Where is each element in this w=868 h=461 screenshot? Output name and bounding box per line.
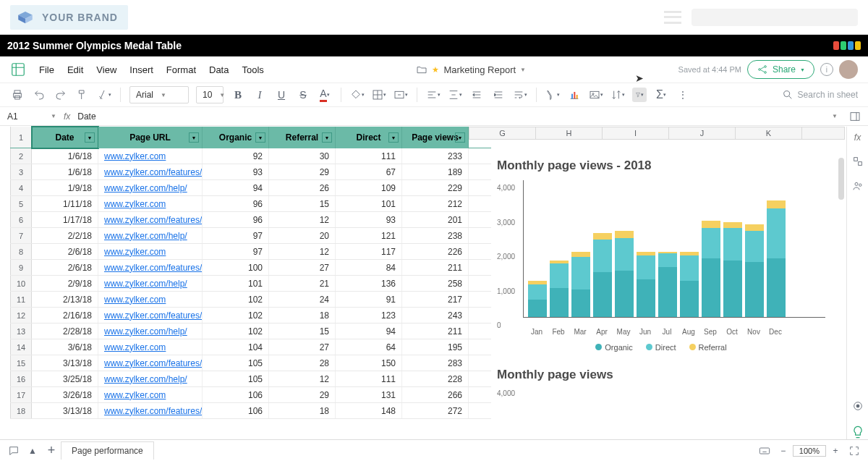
menu-insert[interactable]: Insert: [129, 64, 153, 75]
sidebar-toggle-icon[interactable]: [849, 111, 861, 122]
outdent-button[interactable]: [469, 88, 484, 102]
table-row[interactable]: 51/11/18www.zylker.com9615101212: [10, 196, 491, 212]
chevron-down-icon[interactable]: ▼: [51, 113, 56, 119]
row-number[interactable]: 2: [10, 148, 32, 164]
fullscreen-button[interactable]: [845, 443, 864, 459]
share-button[interactable]: Share ▼: [747, 60, 814, 79]
table-row[interactable]: 183/13/18www.zylker.com/features/1061814…: [10, 403, 491, 419]
comments-button[interactable]: [4, 443, 23, 459]
row-number[interactable]: 14: [10, 339, 32, 355]
italic-button[interactable]: I: [252, 88, 267, 102]
table-row[interactable]: 82/6/18www.zylker.com9712117226: [10, 244, 491, 260]
undo-button[interactable]: [32, 88, 46, 102]
v-align-button[interactable]: ▾: [448, 88, 462, 102]
row-number[interactable]: 3: [10, 164, 32, 179]
font-size-select[interactable]: 10▼: [196, 86, 224, 103]
row-number[interactable]: 7: [10, 228, 32, 243]
grid-scrollbar[interactable]: [838, 158, 844, 200]
table-row[interactable]: 163/25/18www.zylker.com/help/10512111228: [10, 371, 491, 387]
row-number[interactable]: 11: [10, 292, 32, 307]
formula-value[interactable]: Date: [77, 111, 825, 122]
row-number[interactable]: 4: [10, 180, 32, 195]
row-number[interactable]: 1: [10, 127, 32, 148]
search-sheet[interactable]: Search in sheet: [782, 89, 858, 101]
row-number[interactable]: 8: [10, 244, 32, 259]
filter-dropdown-icon[interactable]: ▼: [455, 132, 465, 143]
col-header-J[interactable]: J: [669, 127, 736, 139]
add-sheet-button[interactable]: +: [42, 443, 61, 459]
menu-view[interactable]: View: [96, 64, 116, 75]
redo-button[interactable]: [54, 88, 68, 102]
table-row[interactable]: 72/2/18www.zylker.com/help/9720121238: [10, 228, 491, 244]
row-number[interactable]: 9: [10, 260, 32, 275]
menu-edit[interactable]: Edit: [67, 64, 83, 75]
menu-file[interactable]: File: [39, 64, 54, 75]
range-icon[interactable]: [852, 156, 864, 167]
hamburger-icon[interactable]: [664, 11, 681, 24]
bold-button[interactable]: B: [231, 88, 245, 102]
menu-tools[interactable]: Tools: [242, 64, 263, 75]
table-row[interactable]: 92/6/18www.zylker.com/features/100278421…: [10, 260, 491, 276]
table-row[interactable]: 21/6/18www.zylker.com9230111233: [10, 148, 491, 164]
sheet-tab[interactable]: Page performance: [61, 441, 154, 460]
merge-cells-button[interactable]: ▾: [393, 88, 408, 102]
col-header-H[interactable]: H: [536, 127, 603, 139]
indent-button[interactable]: [491, 88, 506, 102]
table-row[interactable]: 143/6/18www.zylker.com1042764195: [10, 339, 491, 355]
row-number[interactable]: 13: [10, 323, 32, 339]
format-painter-button[interactable]: [75, 88, 90, 102]
more-button[interactable]: ⋮: [676, 88, 690, 102]
keyboard-button[interactable]: [755, 443, 774, 459]
row-number[interactable]: 5: [10, 196, 32, 211]
zoom-level[interactable]: 100%: [793, 445, 826, 457]
table-row[interactable]: 61/17/18www.zylker.com/features/96129320…: [10, 212, 491, 228]
font-family-select[interactable]: Arial▼: [129, 86, 189, 103]
bulb-icon[interactable]: [851, 425, 865, 439]
row-number[interactable]: 18: [10, 403, 32, 418]
insert-chart-button[interactable]: [567, 88, 582, 102]
data-grid[interactable]: 1 Date▼ Page URL▼ Organic▼ Referral▼ Dir…: [10, 127, 491, 419]
table-row[interactable]: 102/9/18www.zylker.com/help/10121136258: [10, 276, 491, 292]
filter-dropdown-icon[interactable]: ▼: [189, 132, 199, 143]
fill-color-button[interactable]: ▾: [350, 88, 365, 102]
filter-dropdown-icon[interactable]: ▼: [322, 132, 332, 143]
doc-switcher[interactable]: ★ Marketing Report ▼: [416, 64, 526, 75]
h-align-button[interactable]: ▾: [426, 88, 441, 102]
brand-logo[interactable]: YOUR BRAND: [10, 5, 128, 30]
col-header-I[interactable]: I: [603, 127, 669, 139]
table-row[interactable]: 41/9/18www.zylker.com/help/9426109229: [10, 180, 491, 196]
font-color-button[interactable]: A▾: [318, 88, 332, 102]
menu-format[interactable]: Format: [166, 64, 196, 75]
table-row[interactable]: 173/26/18www.zylker.com10629131266: [10, 387, 491, 403]
underline-button[interactable]: U: [274, 88, 289, 102]
clear-format-button[interactable]: ▾: [97, 88, 111, 102]
filter-dropdown-icon[interactable]: ▼: [255, 132, 265, 143]
row-number[interactable]: 15: [10, 355, 32, 371]
row-number[interactable]: 12: [10, 308, 32, 323]
insert-image-button[interactable]: ▾: [589, 88, 603, 102]
row-number[interactable]: 16: [10, 371, 32, 386]
sheets-up-button[interactable]: ▲: [23, 443, 42, 459]
strikethrough-button[interactable]: S: [296, 88, 310, 102]
table-row[interactable]: 132/28/18www.zylker.com/help/1021594211: [10, 323, 491, 339]
record-icon[interactable]: [852, 400, 864, 412]
functions-button[interactable]: Σ▾: [654, 88, 668, 102]
col-header-K[interactable]: K: [736, 127, 802, 139]
borders-button[interactable]: ▾: [372, 88, 386, 102]
info-button[interactable]: i: [820, 63, 833, 76]
zoom-out-button[interactable]: −: [774, 443, 793, 459]
table-row[interactable]: 112/13/18www.zylker.com1022491217: [10, 292, 491, 308]
table-row[interactable]: 122/16/18www.zylker.com/features/1021812…: [10, 308, 491, 323]
print-button[interactable]: [10, 88, 25, 102]
zoom-in-button[interactable]: +: [826, 443, 845, 459]
table-row[interactable]: 153/13/18www.zylker.com/features/1052815…: [10, 355, 491, 371]
row-number[interactable]: 17: [10, 387, 32, 402]
spreadsheet-icon[interactable]: [10, 62, 26, 77]
filter-dropdown-icon[interactable]: ▼: [85, 132, 95, 143]
cell-reference-input[interactable]: [7, 111, 43, 122]
expand-formula-icon[interactable]: ▼: [832, 113, 838, 119]
row-number[interactable]: 10: [10, 276, 32, 291]
fx-sidebar-icon[interactable]: fx: [854, 132, 861, 143]
filter-button[interactable]: ▾: [632, 88, 647, 102]
collab-icon[interactable]: [852, 180, 864, 192]
